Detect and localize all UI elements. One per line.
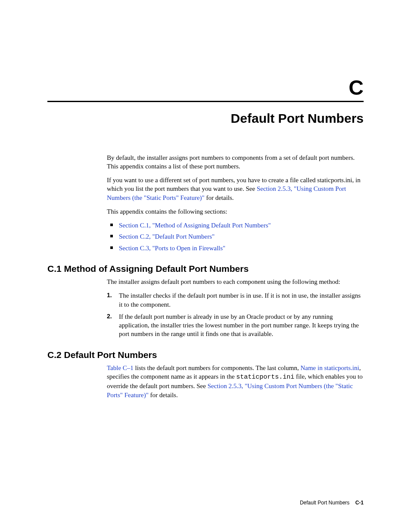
link-section-c2[interactable]: Section C.2, "Default Port Numbers" <box>119 233 215 240</box>
code-staticports: staticports.ini <box>236 373 294 381</box>
list-item: Section C.3, "Ports to Open in Firewalls… <box>107 244 364 252</box>
list-item: Section C.1, "Method of Assigning Defaul… <box>107 221 364 230</box>
section-heading-c2: C.2 Default Port Numbers <box>47 349 364 361</box>
c2-text-e: for details. <box>149 392 178 398</box>
intro-paragraph-2: If you want to use a different set of po… <box>107 176 364 202</box>
appendix-letter: C <box>47 78 364 98</box>
c2-paragraph: Table C–1 lists the default port numbers… <box>107 364 364 399</box>
intro-p2-text-b: for details. <box>205 194 234 201</box>
chapter-title: Default Port Numbers <box>47 110 364 128</box>
toc-list: Section C.1, "Method of Assigning Defaul… <box>107 221 364 252</box>
link-section-c1[interactable]: Section C.1, "Method of Assigning Defaul… <box>119 222 271 229</box>
page-footer: Default Port Numbers C-1 <box>300 499 364 506</box>
link-name-staticports[interactable]: Name in staticports.ini <box>300 364 359 371</box>
c2-text-b: lists the default port numbers for compo… <box>134 364 301 371</box>
footer-page-number: C-1 <box>355 500 364 506</box>
list-item: If the default port number is already in… <box>107 312 364 339</box>
c1-steps-list: The installer checks if the default port… <box>107 291 364 338</box>
link-section-c3[interactable]: Section C.3, "Ports to Open in Firewalls… <box>119 245 225 252</box>
intro-paragraph-3: This appendix contains the following sec… <box>107 207 364 216</box>
section-heading-c1: C.1 Method of Assigning Default Port Num… <box>47 263 364 275</box>
list-item: The installer checks if the default port… <box>107 291 364 309</box>
footer-title: Default Port Numbers <box>300 500 349 506</box>
list-item: Section C.2, "Default Port Numbers" <box>107 232 364 241</box>
title-rule <box>47 101 364 102</box>
intro-paragraph-1: By default, the installer assigns port n… <box>107 153 364 171</box>
c1-intro: The installer assigns default port numbe… <box>107 277 364 286</box>
link-table-c1[interactable]: Table C–1 <box>107 364 134 371</box>
